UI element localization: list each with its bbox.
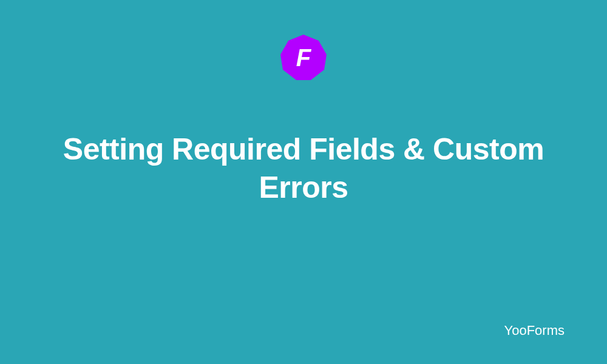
logo-badge: F bbox=[279, 33, 328, 82]
logo-letter: F bbox=[296, 44, 311, 72]
page-title: Setting Required Fields & Custom Errors bbox=[0, 130, 607, 206]
brand-name: YooForms bbox=[504, 323, 565, 339]
logo-container: F bbox=[279, 33, 328, 82]
